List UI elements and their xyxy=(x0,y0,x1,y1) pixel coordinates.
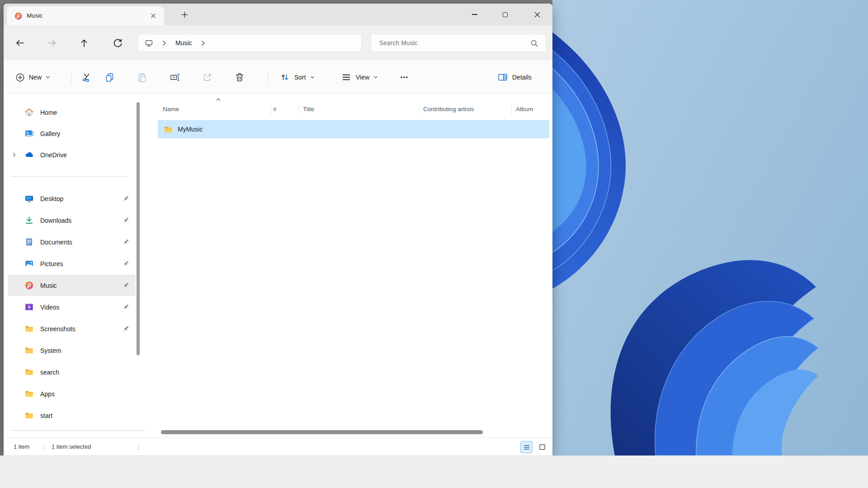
column-header-album[interactable]: Album xyxy=(516,106,533,113)
sidebar-item-label: Documents xyxy=(40,239,72,246)
tab-music[interactable]: Music xyxy=(7,6,164,25)
new-plus-icon xyxy=(15,73,25,82)
details-pane-button[interactable]: Details xyxy=(493,68,536,86)
sidebar-bottom-divider xyxy=(11,430,160,431)
onedrive-icon xyxy=(24,150,34,160)
sidebar-item-label: Apps xyxy=(40,390,55,398)
sidebar-item-label: Screenshots xyxy=(40,325,75,333)
file-pane: Name # Title Contributing artists Album … xyxy=(145,94,552,437)
column-header-name[interactable]: Name xyxy=(163,106,179,113)
close-button[interactable] xyxy=(527,7,547,22)
sidebar-item-system[interactable]: System xyxy=(8,340,136,361)
cut-icon xyxy=(81,72,92,83)
sidebar-item-label: OneDrive xyxy=(40,151,67,159)
paste-button[interactable] xyxy=(133,68,151,86)
sidebar-item-apps[interactable]: Apps xyxy=(8,383,136,404)
view-label: View xyxy=(356,74,369,81)
copy-button[interactable] xyxy=(100,68,118,86)
forward-icon xyxy=(47,38,57,48)
horizontal-scrollbar[interactable] xyxy=(161,430,483,434)
pin-icon xyxy=(123,217,129,224)
refresh-icon xyxy=(113,38,123,48)
sidebar-item-downloads[interactable]: Downloads xyxy=(8,210,136,231)
gallery-icon xyxy=(24,129,34,138)
sidebar-item-videos[interactable]: Videos xyxy=(8,296,136,318)
status-separator xyxy=(138,444,139,451)
new-button[interactable]: New xyxy=(11,68,55,86)
command-toolbar: New xyxy=(4,61,552,94)
sidebar-item-label: Downloads xyxy=(40,217,71,224)
sidebar-item-home[interactable]: Home xyxy=(8,102,136,123)
expand-chevron-icon[interactable] xyxy=(12,152,17,157)
sidebar-item-label: Videos xyxy=(40,304,60,311)
svg-text:A: A xyxy=(173,75,175,80)
file-row-mymusic[interactable]: MyMusic xyxy=(158,120,549,138)
column-separator[interactable] xyxy=(271,105,271,115)
downloads-icon xyxy=(24,216,34,225)
breadcrumb-chevron-icon[interactable] xyxy=(162,40,166,46)
sidebar-item-music[interactable]: Music xyxy=(8,275,136,296)
tab-close-icon[interactable] xyxy=(151,13,156,19)
folder-icon xyxy=(24,346,34,355)
selection-count: 1 item selected xyxy=(52,443,91,450)
breadcrumb-segment-music[interactable]: Music xyxy=(175,39,192,47)
minimize-icon xyxy=(472,14,477,15)
up-button[interactable] xyxy=(76,35,92,51)
status-bar: 1 item 1 item selected xyxy=(4,437,552,456)
sidebar-item-gallery[interactable]: Gallery xyxy=(8,123,136,144)
sort-button[interactable]: Sort xyxy=(275,68,319,86)
new-tab-icon[interactable] xyxy=(181,11,188,18)
home-icon xyxy=(24,108,34,117)
refresh-button[interactable] xyxy=(109,35,126,51)
pin-icon xyxy=(123,282,129,289)
sidebar-item-start[interactable]: start xyxy=(8,405,136,426)
cut-button[interactable] xyxy=(77,68,95,86)
sidebar-item-search[interactable]: search xyxy=(8,361,136,383)
sidebar-item-desktop[interactable]: Desktop xyxy=(8,188,136,209)
music-library-icon xyxy=(14,12,23,20)
back-button[interactable] xyxy=(12,35,28,51)
column-header-number[interactable]: # xyxy=(273,106,277,113)
pin-icon xyxy=(123,239,129,245)
chevron-down-icon xyxy=(310,75,315,80)
delete-button[interactable] xyxy=(231,68,249,86)
column-separator[interactable] xyxy=(511,105,512,115)
desktop-icon xyxy=(24,194,34,203)
search-input[interactable] xyxy=(374,35,523,51)
see-more-button[interactable] xyxy=(395,68,413,86)
folder-icon xyxy=(24,324,34,333)
share-button[interactable] xyxy=(198,68,217,86)
large-icons-view-icon xyxy=(538,443,546,451)
minimize-button[interactable] xyxy=(464,7,485,22)
toolbar-separator xyxy=(268,70,269,84)
documents-icon xyxy=(24,237,34,247)
sidebar-item-screenshots[interactable]: Screenshots xyxy=(8,318,136,339)
search-icon[interactable] xyxy=(530,39,538,47)
sidebar-item-onedrive[interactable]: OneDrive xyxy=(8,144,136,165)
column-header-title[interactable]: Title xyxy=(303,106,314,113)
rename-button[interactable]: A xyxy=(166,68,184,86)
sidebar-item-documents[interactable]: Documents xyxy=(8,231,136,253)
forward-button[interactable] xyxy=(44,35,60,51)
sidebar-item-label: Gallery xyxy=(40,130,60,137)
breadcrumb-chevron-icon[interactable] xyxy=(201,40,205,46)
sidebar-item-label: Desktop xyxy=(40,195,63,202)
sidebar-scrollbar[interactable] xyxy=(137,102,140,355)
back-icon xyxy=(15,38,25,48)
paste-icon xyxy=(137,72,147,83)
column-separator[interactable] xyxy=(298,105,299,115)
maximize-button[interactable] xyxy=(495,7,515,22)
pin-icon xyxy=(123,304,129,310)
taskbar xyxy=(0,455,868,488)
column-separator[interactable] xyxy=(419,105,419,115)
music-library-icon xyxy=(24,281,34,290)
view-button[interactable]: View xyxy=(336,68,382,86)
this-pc-monitor-icon[interactable] xyxy=(145,39,153,47)
sidebar-item-label: System xyxy=(40,347,61,354)
sidebar-item-pictures[interactable]: Pictures xyxy=(8,253,136,274)
details-label: Details xyxy=(512,74,532,81)
large-icons-view-toggle[interactable] xyxy=(536,441,548,453)
chevron-down-icon xyxy=(373,75,378,80)
column-header-contributing-artists[interactable]: Contributing artists xyxy=(423,106,474,113)
details-view-toggle[interactable] xyxy=(520,441,533,453)
